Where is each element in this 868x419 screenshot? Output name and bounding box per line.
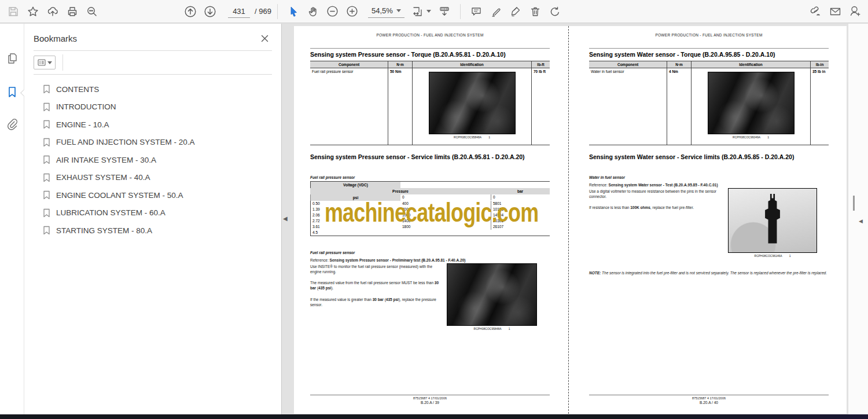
zoom-in-button[interactable]: [343, 2, 362, 21]
arrow-up-circle-icon: [184, 5, 197, 18]
reference-label: Reference:: [589, 183, 608, 187]
toolbar-divider: [277, 4, 278, 19]
minus-circle-icon: [326, 5, 339, 17]
vertical-scrollbar-thumb[interactable]: [853, 196, 855, 211]
group-header-pressure: Pressure: [310, 188, 491, 194]
bookmark-item-contents[interactable]: CONTENTS: [24, 80, 281, 98]
pressure-torque-table: Component N·m Identification lb-ft Fuel …: [310, 61, 550, 145]
select-cursor-icon: [288, 6, 299, 17]
page-thumbnails-button[interactable]: [0, 46, 24, 71]
bookmark-item-engine-coolant[interactable]: ENGINE COOLANT SYSTEM - 50.A: [24, 186, 281, 204]
sensor-photo: [429, 72, 516, 134]
options-divider: [62, 54, 63, 71]
next-page-button[interactable]: [200, 2, 220, 21]
paperclip-icon: [6, 118, 19, 131]
bookmark-icon: [43, 138, 50, 147]
column-header: Component: [589, 61, 667, 68]
bookmark-item-air-intake[interactable]: AIR INTAKE SYSTEM - 30.A: [24, 151, 281, 169]
fit-page-icon: [412, 6, 425, 17]
rotate-button[interactable]: [545, 2, 565, 21]
table-cell-component: Water in fuel sensor: [589, 68, 667, 145]
bookmark-item-introduction[interactable]: INTRODUCTION: [24, 98, 281, 116]
section-title-pressure-service-limits: Sensing system Pressure sensor - Service…: [310, 153, 550, 161]
table-cell-identification: RCPH08COC95848A 1: [412, 68, 531, 145]
bookmark-item-starting[interactable]: STARTING SYSTEM - 80.A: [24, 222, 281, 240]
table-cell-lbft: 70 lb ft: [531, 68, 550, 145]
bookmark-label: EXHAUST SYSTEM - 40.A: [56, 173, 150, 182]
photo-number: 1: [509, 327, 510, 330]
scrolling-mode-button[interactable]: [435, 2, 454, 21]
previous-page-button[interactable]: [181, 2, 200, 21]
previous-page-arrow[interactable]: ◀: [283, 215, 288, 222]
star-button[interactable]: [23, 2, 43, 21]
fit-width-button[interactable]: [409, 2, 435, 21]
column-header-voltage: Voltage (VDC): [310, 182, 400, 188]
column-header: Component: [310, 61, 388, 68]
page-total-label: / 969: [255, 7, 271, 16]
sensor-silhouette: [763, 194, 782, 244]
comment-bubble-icon: [470, 6, 482, 17]
reference-target: Sensing system Pressure sensor - Prelimi…: [330, 258, 466, 262]
bookmark-icon: [43, 84, 50, 94]
rotate-icon: [549, 6, 561, 17]
bookmark-label: ENGINE - 10.A: [56, 120, 109, 129]
sensor-photo: [708, 72, 795, 134]
close-icon: [261, 35, 269, 42]
page-number-input[interactable]: [228, 5, 250, 18]
column-header: N·m: [667, 61, 691, 68]
plus-circle-icon: [346, 5, 358, 17]
running-header: POWER PRODUCTION - FUEL AND INJECTION SY…: [589, 33, 829, 37]
share-link-button[interactable]: [806, 2, 825, 21]
collapse-panel-arrow[interactable]: ◀: [859, 218, 863, 224]
sensor-photo: [447, 263, 537, 326]
column-header: lb-ft: [531, 61, 550, 68]
zoom-level-value: 54,5%: [372, 6, 393, 15]
highlighter-icon: [490, 6, 502, 17]
trash-icon: [529, 6, 541, 17]
email-button[interactable]: [825, 2, 845, 21]
delete-button[interactable]: [525, 2, 545, 21]
print-button[interactable]: [62, 2, 82, 21]
attachments-button[interactable]: [0, 112, 24, 137]
bookmark-icon: [43, 120, 50, 129]
bookmark-options-button[interactable]: [34, 56, 56, 69]
column-header: lb-in: [810, 61, 829, 68]
bookmark-item-lubrication[interactable]: LUBRICATION SYSTEM - 60.A: [24, 204, 281, 222]
reference-line: Reference: Sensing system Water sensor -…: [589, 182, 832, 188]
select-tool-button[interactable]: [284, 2, 303, 21]
column-header: Identification: [412, 61, 531, 68]
bookmark-item-exhaust[interactable]: EXHAUST SYSTEM - 40.A: [24, 169, 281, 187]
reference-line: Reference: Sensing system Pressure senso…: [310, 258, 553, 263]
save-button[interactable]: [3, 2, 23, 21]
zoom-out-button[interactable]: [323, 2, 343, 21]
search-button[interactable]: [82, 2, 102, 21]
toolbar-divider: [460, 4, 461, 19]
close-panel-button[interactable]: [258, 32, 271, 45]
fill-sign-button[interactable]: [506, 2, 525, 21]
note-paragraph: NOTE: The sensor is integrated into the …: [589, 270, 829, 275]
hand-tool-button[interactable]: [303, 2, 323, 21]
upload-cloud-icon: [47, 6, 58, 17]
highlight-button[interactable]: [486, 2, 506, 21]
bookmark-label: FUEL AND INJECTION SYSTEM - 20.A: [56, 138, 195, 146]
hand-icon: [307, 6, 319, 17]
table-subtitle: Fuel rail pressure sensor: [310, 175, 355, 179]
comment-button[interactable]: [466, 2, 486, 21]
share-upload-button[interactable]: [43, 2, 62, 21]
printer-icon: [67, 6, 78, 17]
left-nav-rail: [0, 24, 24, 414]
pages-icon: [6, 52, 19, 65]
add-user-button[interactable]: [845, 2, 865, 21]
pdf-reader-window: / 969 54,5%: [0, 0, 868, 419]
chevron-down-icon: [396, 9, 401, 12]
zoom-level-control[interactable]: 54,5%: [368, 5, 404, 18]
page-break-dashed-line: [568, 26, 569, 414]
bookmark-label: ENGINE COOLANT SYSTEM - 50.A: [56, 191, 183, 200]
search-icon: [86, 6, 98, 17]
chevron-down-icon: [426, 10, 431, 13]
bookmark-item-fuel-injection[interactable]: FUEL AND INJECTION SYSTEM - 20.A: [24, 134, 281, 152]
bookmark-icon: [43, 190, 50, 200]
bookmarks-list: CONTENTS INTRODUCTION ENGINE - 10.A FUEL…: [24, 75, 281, 240]
bookmark-item-engine[interactable]: ENGINE - 10.A: [24, 116, 281, 134]
scroll-mode-icon: [438, 6, 451, 17]
